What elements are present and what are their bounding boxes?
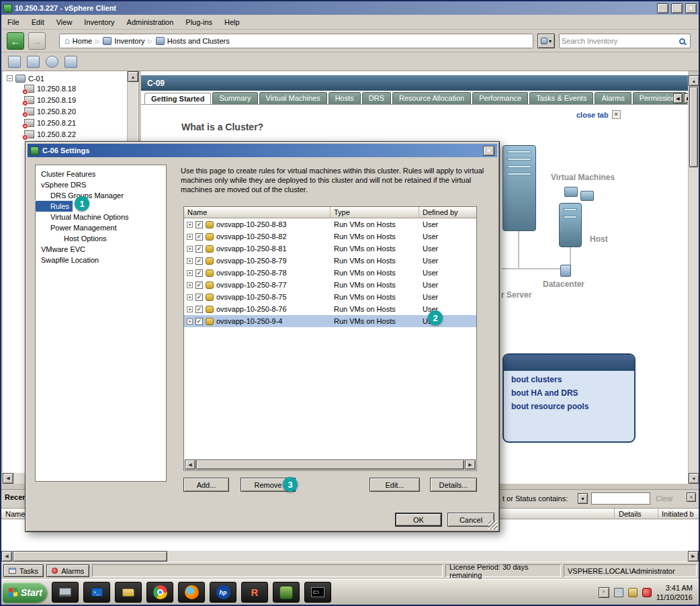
add-rule-button[interactable]: Add...: [183, 478, 229, 492]
taskbar-item-cmd[interactable]: C:\: [304, 582, 331, 603]
ok-button[interactable]: OK: [395, 513, 442, 527]
menu-item[interactable]: Edit: [26, 16, 50, 28]
menu-item[interactable]: Help: [218, 16, 246, 28]
menu-item[interactable]: View: [50, 16, 79, 28]
menu-item[interactable]: Administration: [121, 16, 180, 28]
add-host-icon[interactable]: [27, 56, 40, 68]
close-button[interactable]: ×: [685, 3, 697, 13]
alarms-toggle-button[interactable]: Alarms: [46, 564, 89, 577]
tray-display-icon[interactable]: [614, 588, 623, 597]
learn-more-link[interactable]: bout clusters: [504, 371, 634, 384]
search-input[interactable]: [560, 35, 678, 47]
menu-item[interactable]: File: [1, 16, 26, 28]
tree-node-host[interactable]: × 10.250.8.18: [3, 83, 138, 94]
back-button[interactable]: ←: [7, 32, 24, 50]
tab[interactable]: DRS: [362, 92, 391, 104]
expand-icon[interactable]: +: [187, 282, 193, 288]
scrollbar-thumb[interactable]: [13, 551, 167, 562]
breadcrumb-home[interactable]: ⌂ Home: [64, 37, 92, 45]
main-horizontal-scrollbar[interactable]: ◀ ▶: [1, 551, 699, 562]
settings-nav-item[interactable]: Swapfile Location: [36, 255, 102, 265]
forward-button[interactable]: →: [28, 32, 46, 50]
taskbar-item-my-computer[interactable]: [52, 582, 79, 603]
tab[interactable]: Hosts: [329, 92, 361, 104]
new-entity-icon[interactable]: [8, 56, 21, 68]
expand-icon[interactable]: +: [187, 222, 193, 228]
settings-nav-item[interactable]: Virtual Machine Options: [36, 212, 132, 222]
expand-icon[interactable]: +: [187, 294, 193, 300]
expand-icon[interactable]: +: [187, 306, 193, 312]
taskbar-item-remote[interactable]: R: [241, 582, 268, 603]
taskbar-item-firefox[interactable]: [178, 582, 205, 603]
tab[interactable]: Resource Allocation: [392, 92, 471, 104]
expand-icon[interactable]: +: [187, 318, 193, 324]
scrollbar-thumb[interactable]: [689, 87, 698, 167]
rule-checkbox[interactable]: ✓: [195, 221, 203, 228]
recent-tasks-close-icon[interactable]: ×: [687, 492, 696, 502]
rule-checkbox[interactable]: ✓: [195, 318, 203, 325]
minimize-button[interactable]: _: [657, 3, 668, 13]
scrollbar-thumb[interactable]: [196, 460, 464, 470]
tab[interactable]: Performance: [472, 92, 528, 104]
rule-row[interactable]: + ✓ ovsvapp-10-250-8-79 Run VMs on Hosts…: [184, 255, 476, 267]
column-header-initiated-by[interactable]: Initiated b: [662, 510, 694, 518]
search-icon[interactable]: [679, 38, 685, 44]
tab[interactable]: Summary: [212, 92, 257, 104]
start-button[interactable]: Start: [3, 582, 47, 603]
column-header-name[interactable]: Name: [184, 207, 331, 218]
expand-icon[interactable]: +: [187, 234, 193, 240]
main-vertical-scrollbar[interactable]: ▲ ▼: [688, 75, 699, 484]
expand-icon[interactable]: +: [187, 258, 193, 264]
scroll-left-icon[interactable]: ◀: [3, 473, 13, 484]
tree-node-host[interactable]: × 10.250.8.20: [3, 105, 138, 117]
expand-icon[interactable]: +: [187, 246, 193, 252]
settings-nav-item[interactable]: Cluster Features: [36, 169, 99, 179]
settings-nav-item[interactable]: VMware EVC: [36, 244, 89, 255]
clear-filter-button[interactable]: Clear: [656, 494, 673, 503]
rule-row[interactable]: + ✓ ovsvapp-10-250-8-78 Run VMs on Hosts…: [184, 267, 476, 279]
tab[interactable]: Alarms: [595, 92, 631, 104]
rule-row[interactable]: + ✓ ovsvapp-10-250-8-81 Run VMs on Hosts…: [184, 243, 476, 255]
settings-nav-item[interactable]: Power Management: [36, 222, 120, 233]
column-header-type[interactable]: Type: [331, 207, 419, 218]
tree-node-cluster[interactable]: − C-01: [3, 71, 138, 83]
rule-row[interactable]: + ✓ ovsvapp-10-250-8-75 Run VMs on Hosts…: [184, 291, 476, 303]
rule-row[interactable]: + ✓ ovsvapp-10-250-8-82 Run VMs on Hosts…: [184, 230, 476, 243]
scroll-up-icon[interactable]: ▲: [689, 75, 699, 86]
rule-row[interactable]: + ✓ ovsvapp-10-250-8-77 Run VMs on Hosts…: [184, 279, 476, 291]
maximize-button[interactable]: □: [671, 3, 683, 13]
tab[interactable]: Virtual Machines: [259, 92, 327, 104]
tree-node-host[interactable]: × 10.250.8.21: [3, 117, 138, 128]
tab[interactable]: Getting Started: [144, 93, 211, 105]
resize-grip[interactable]: [488, 521, 497, 529]
recent-tasks-filter-input[interactable]: [591, 492, 650, 505]
tray-expand-icon[interactable]: ^: [599, 587, 609, 598]
tasks-toggle-button[interactable]: Tasks: [3, 564, 44, 577]
edit-rule-button[interactable]: Edit...: [369, 478, 420, 492]
rules-table-scrollbar[interactable]: ◀ ▶: [185, 460, 476, 470]
learn-more-link[interactable]: bout HA and DRS: [504, 384, 634, 398]
taskbar-item-terminal[interactable]: >_: [83, 582, 110, 603]
taskbar-item-chrome[interactable]: [146, 582, 173, 603]
rule-checkbox[interactable]: ✓: [195, 282, 203, 289]
close-tab-link[interactable]: close tab ×: [576, 110, 621, 119]
tree-node-host[interactable]: × 10.250.8.19: [3, 94, 138, 105]
settings-nav-item[interactable]: vSphere DRS: [36, 179, 89, 190]
tab-scroll-left-icon[interactable]: ◀: [673, 93, 683, 103]
settings-nav-item[interactable]: Host Options: [36, 233, 110, 244]
maps-icon[interactable]: [64, 56, 77, 68]
rule-checkbox[interactable]: ✓: [195, 233, 203, 241]
rule-checkbox[interactable]: ✓: [195, 257, 203, 265]
learn-more-link[interactable]: bout resource pools: [504, 398, 634, 411]
scroll-left-icon[interactable]: ◀: [1, 551, 12, 562]
taskbar-item-file-explorer[interactable]: [115, 582, 142, 603]
web-access-icon[interactable]: [46, 56, 58, 68]
rule-row[interactable]: + ✓ ovsvapp-10-250-8-83 Run VMs on Hosts…: [184, 218, 476, 230]
breadcrumb-inventory[interactable]: Inventory: [103, 37, 144, 45]
rule-checkbox[interactable]: ✓: [195, 245, 203, 253]
tab[interactable]: Tasks & Events: [529, 92, 593, 104]
close-tab-icon[interactable]: ×: [612, 110, 621, 119]
taskbar-item-vsphere[interactable]: [273, 582, 300, 603]
tree-node-host[interactable]: × 10.250.8.22: [3, 128, 138, 140]
rule-details-button[interactable]: Details...: [430, 478, 477, 492]
